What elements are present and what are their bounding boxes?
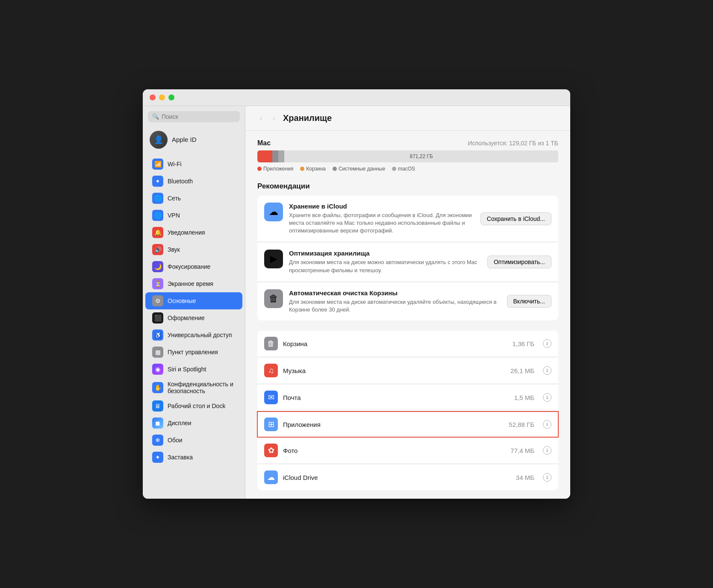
sidebar-item-siri[interactable]: ◉ Siri и Spotlight — [145, 361, 242, 378]
sidebar-item-sound[interactable]: 🔊 Звук — [145, 241, 242, 258]
sidebar-icon-wallpaper: ❄ — [152, 435, 163, 446]
sidebar: 🔍 👤 Apple ID 📶 Wi-Fi ✦ Bluetooth 🌐 Сеть … — [143, 106, 245, 499]
window-controls — [150, 94, 174, 100]
sidebar-item-focus[interactable]: 🌙 Фокусирование — [145, 258, 242, 275]
sidebar-item-wifi[interactable]: 📶 Wi-Fi — [145, 156, 242, 173]
sidebar-label-screensaver: Заставка — [168, 454, 193, 461]
storage-item-icon-icloud-drive: ☁ — [264, 470, 278, 484]
storage-item-music[interactable]: ♫ Музыка 26,1 МБ ℹ — [257, 358, 558, 383]
search-input[interactable] — [162, 113, 236, 120]
storage-item-name-photos: Фото — [283, 447, 505, 454]
sidebar-label-wifi: Wi-Fi — [168, 161, 182, 168]
sidebar-item-general[interactable]: ⚙ Основные — [145, 292, 242, 309]
legend-item: macOS — [392, 166, 415, 172]
page-title: Хранилище — [283, 113, 332, 123]
storage-item-size-icloud-drive: 34 МБ — [516, 474, 534, 481]
info-button-music[interactable]: ℹ — [543, 366, 551, 375]
storage-item-trash[interactable]: 🗑 Корзина 1,36 ГБ ℹ — [257, 331, 558, 356]
sidebar-label-sound: Звук — [168, 246, 180, 253]
storage-item-icon-music: ♫ — [264, 364, 278, 377]
window-body: 🔍 👤 Apple ID 📶 Wi-Fi ✦ Bluetooth 🌐 Сеть … — [143, 106, 570, 499]
rec-content-icloud: Хранение в iCloud Храните все файлы, фот… — [289, 203, 474, 235]
storage-item-size-photos: 77,4 МБ — [510, 447, 534, 454]
sidebar-item-control[interactable]: ▦ Пункт управления — [145, 344, 242, 361]
info-button-apps[interactable]: ℹ — [543, 420, 551, 429]
info-button-icloud-drive[interactable]: ℹ — [543, 473, 551, 482]
sidebar-label-control: Пункт управления — [168, 349, 218, 356]
rec-icon-icloud: ☁ — [264, 203, 283, 221]
sidebar-item-screentime[interactable]: ⏳ Экранное время — [145, 275, 242, 292]
info-button-mail[interactable]: ℹ — [543, 393, 551, 402]
minimize-button[interactable] — [159, 94, 165, 100]
divider — [257, 384, 558, 384]
rec-title-trash: Автоматическая очистка Корзины — [289, 289, 501, 297]
apple-id-label: Apple ID — [172, 136, 197, 143]
storage-legend: ПриложенияКорзинаСистемные данныеmacOS — [257, 166, 558, 172]
storage-item-name-icloud-drive: iCloud Drive — [283, 474, 511, 481]
recommendation-trash: 🗑 Автоматическая очистка Корзины Для эко… — [257, 282, 558, 320]
search-icon: 🔍 — [152, 113, 159, 120]
sidebar-icon-siri: ◉ — [152, 364, 163, 375]
rec-btn-icloud[interactable]: Сохранить в iCloud... — [480, 212, 551, 225]
sidebar-label-screentime: Экранное время — [168, 280, 213, 287]
legend-label: Корзина — [306, 166, 326, 172]
rec-desc-trash: Для экономии места на диске автоматическ… — [289, 298, 501, 314]
storage-header: Mac Используется: 129,02 ГБ из 1 ТБ — [257, 139, 558, 147]
sidebar-item-screensaver[interactable]: ✦ Заставка — [145, 449, 242, 466]
storage-item-icon-photos: ✿ — [264, 444, 278, 457]
legend-item: Системные данные — [333, 166, 385, 172]
sidebar-label-displays: Дисплеи — [168, 420, 192, 426]
sidebar-icon-general: ⚙ — [152, 295, 163, 306]
main-body: Mac Используется: 129,02 ГБ из 1 ТБ 871,… — [245, 131, 570, 499]
sidebar-icon-notifications: 🔔 — [152, 227, 163, 238]
mac-label: Mac — [257, 139, 271, 147]
storage-used-label: Используется: 129,02 ГБ из 1 ТБ — [468, 140, 558, 147]
sidebar-item-network[interactable]: 🌐 Сеть — [145, 190, 242, 207]
storage-item-icloud-drive[interactable]: ☁ iCloud Drive 34 МБ ℹ — [257, 465, 558, 490]
divider — [257, 357, 558, 357]
sidebar-label-focus: Фокусирование — [168, 263, 210, 270]
maximize-button[interactable] — [168, 94, 174, 100]
info-button-trash[interactable]: ℹ — [543, 339, 551, 348]
settings-window: 🔍 👤 Apple ID 📶 Wi-Fi ✦ Bluetooth 🌐 Сеть … — [143, 89, 570, 499]
rec-btn-optimize[interactable]: Оптимизировать... — [487, 256, 551, 268]
sidebar-item-privacy[interactable]: ✋ Конфиденциальность и безопасность — [145, 378, 242, 397]
sidebar-item-accessibility[interactable]: ♿ Универсальный доступ — [145, 326, 242, 344]
sidebar-item-wallpaper[interactable]: ❄ Обои — [145, 432, 242, 449]
storage-item-name-music: Музыка — [283, 367, 505, 374]
apple-id-section[interactable]: 👤 Apple ID — [143, 127, 245, 156]
sidebar-item-desktop[interactable]: 🖥 Рабочий стол и Dock — [145, 397, 242, 415]
sidebar-item-bluetooth[interactable]: ✦ Bluetooth — [145, 173, 242, 190]
bar-free: 871,22 ГБ — [284, 150, 558, 162]
sidebar-item-displays[interactable]: ◼ Дисплеи — [145, 415, 242, 432]
sidebar-item-notifications[interactable]: 🔔 Уведомления — [145, 224, 242, 241]
sidebar-label-general: Основные — [168, 297, 196, 304]
sidebar-label-bluetooth: Bluetooth — [168, 178, 193, 185]
titlebar — [143, 89, 570, 106]
sidebar-icon-vpn: 🌐 — [152, 210, 163, 221]
info-button-photos[interactable]: ℹ — [543, 446, 551, 455]
storage-item-size-trash: 1,36 ГБ — [513, 340, 534, 347]
legend-dot — [392, 167, 396, 171]
legend-label: Системные данные — [339, 166, 385, 172]
bar-apps — [257, 150, 272, 162]
sidebar-icon-screensaver: ✦ — [152, 452, 163, 463]
rec-btn-trash[interactable]: Включить... — [507, 295, 551, 308]
nav-forward-button[interactable]: › — [270, 113, 278, 123]
sidebar-item-appearance[interactable]: ⬛ Оформление — [145, 309, 242, 326]
storage-item-apps[interactable]: ⊞ Приложения 52,88 ГБ ℹ — [257, 412, 558, 437]
avatar: 👤 — [150, 131, 168, 149]
storage-item-mail[interactable]: ✉ Почта 1,5 МБ ℹ — [257, 385, 558, 410]
nav-back-button[interactable]: ‹ — [257, 113, 265, 123]
recommendations-list: ☁ Хранение в iCloud Храните все файлы, ф… — [257, 196, 558, 320]
storage-bar: 871,22 ГБ — [257, 150, 558, 162]
storage-item-photos[interactable]: ✿ Фото 77,4 МБ ℹ — [257, 438, 558, 463]
storage-item-size-apps: 52,88 ГБ — [509, 421, 534, 428]
rec-content-trash: Автоматическая очистка Корзины Для эконо… — [289, 289, 501, 314]
close-button[interactable] — [150, 94, 156, 100]
sidebar-item-vpn[interactable]: 🌐 VPN — [145, 207, 242, 224]
storage-item-size-mail: 1,5 МБ — [514, 394, 534, 401]
sidebar-label-vpn: VPN — [168, 212, 180, 219]
legend-item: Приложения — [257, 166, 293, 172]
search-bar[interactable]: 🔍 — [148, 111, 240, 122]
